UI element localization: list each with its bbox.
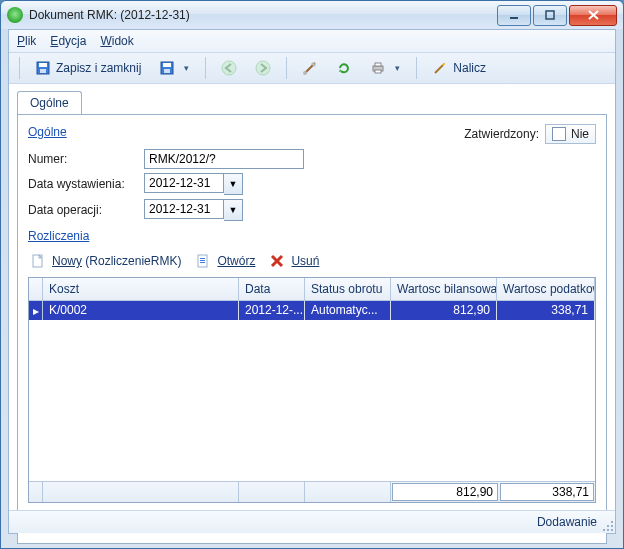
numer-label: Numer:	[28, 152, 144, 166]
col-bilansowa[interactable]: Wartosc bilansowa	[391, 278, 497, 300]
data-operacji-label: Data operacji:	[28, 203, 144, 217]
cell-koszt[interactable]: K/0002	[43, 301, 239, 320]
resize-grip-icon[interactable]	[601, 519, 613, 531]
cell-bilansowa[interactable]: 812,90	[391, 301, 497, 320]
svg-point-10	[303, 71, 307, 75]
save-and-close-label: Zapisz i zamknij	[56, 61, 141, 75]
status-text: Dodawanie	[537, 515, 597, 529]
new-document-icon	[30, 253, 46, 269]
nalicz-button[interactable]: Nalicz	[425, 55, 493, 81]
cell-data[interactable]: 2012-12-...	[239, 301, 305, 320]
minimize-button[interactable]	[497, 5, 531, 26]
svg-rect-3	[39, 63, 47, 67]
svg-rect-1	[546, 11, 554, 19]
client-area: Plik Edycja Widok Zapisz i zamknij ▾	[8, 29, 616, 534]
usun-label: Usuń	[291, 254, 319, 268]
save-button[interactable]: ▾	[152, 55, 197, 81]
zatwierdzony-label: Zatwierdzony:	[464, 127, 539, 141]
content: Ogólne Ogólne Zatwierdzony: Nie Numer:	[9, 84, 615, 533]
tab-panel-ogolne: Ogólne Zatwierdzony: Nie Numer: Data wys…	[17, 114, 607, 544]
grid-footer: 812,90 338,71	[29, 481, 595, 502]
otworz-button[interactable]: Otwórz	[195, 253, 255, 269]
svg-rect-16	[200, 258, 205, 259]
svg-rect-0	[510, 17, 518, 19]
section-ogolne[interactable]: Ogólne	[28, 125, 67, 139]
data-wystawienia-input[interactable]	[144, 173, 224, 193]
cell-status[interactable]: Automatyc...	[305, 301, 391, 320]
col-podatkowa[interactable]: Wartosc podatkowa	[497, 278, 595, 300]
close-button[interactable]	[569, 5, 617, 26]
svg-rect-6	[163, 63, 171, 67]
nowy-label: Nowy	[52, 254, 82, 268]
cell-podatkowa[interactable]: 338,71	[497, 301, 595, 320]
open-icon	[195, 253, 211, 269]
total-bilansowa: 812,90	[392, 483, 498, 501]
nalicz-label: Nalicz	[453, 61, 486, 75]
refresh-icon	[336, 60, 352, 76]
zatwierdzony-value: Nie	[571, 127, 589, 141]
print-button[interactable]: ▾	[363, 55, 408, 81]
numer-input[interactable]	[144, 149, 304, 169]
chevron-down-icon: ▼	[229, 205, 238, 215]
table-row[interactable]: ▸ K/0002 2012-12-... Automatyc... 812,90…	[29, 301, 595, 320]
col-koszt[interactable]: Koszt	[43, 278, 239, 300]
svg-rect-18	[200, 262, 205, 263]
grid-header: Koszt Data Status obrotu Wartosc bilanso…	[29, 278, 595, 301]
tools-button[interactable]	[295, 55, 325, 81]
data-operacji-input[interactable]	[144, 199, 224, 219]
zatwierdzony-toggle[interactable]: Nie	[545, 124, 596, 144]
col-status[interactable]: Status obrotu	[305, 278, 391, 300]
svg-rect-13	[375, 70, 381, 73]
svg-rect-4	[40, 69, 46, 73]
data-operacji-dropdown[interactable]: ▼	[224, 199, 243, 221]
checkbox-icon	[552, 127, 566, 141]
printer-icon	[370, 60, 386, 76]
grid-body[interactable]: ▸ K/0002 2012-12-... Automatyc... 812,90…	[29, 301, 595, 481]
svg-rect-12	[375, 63, 381, 66]
statusbar: Dodawanie	[9, 510, 615, 533]
chevron-down-icon[interactable]: ▾	[182, 63, 190, 73]
section-rozliczenia[interactable]: Rozliczenia	[28, 229, 89, 243]
svg-point-8	[222, 61, 236, 75]
app-icon	[7, 7, 23, 23]
tools-icon	[302, 60, 318, 76]
svg-point-9	[256, 61, 270, 75]
nowy-hint: (RozliczenieRMK)	[85, 254, 181, 268]
titlebar[interactable]: Dokument RMK: (2012-12-31)	[1, 1, 623, 29]
rozliczenia-grid[interactable]: Koszt Data Status obrotu Wartosc bilanso…	[28, 277, 596, 503]
data-wystawienia-label: Data wystawienia:	[28, 177, 144, 191]
col-data[interactable]: Data	[239, 278, 305, 300]
zatwierdzony-field: Zatwierdzony: Nie	[464, 124, 596, 144]
row-indicator-icon: ▸	[29, 301, 43, 320]
menu-plik[interactable]: Plik	[17, 34, 36, 48]
chevron-down-icon: ▼	[229, 179, 238, 189]
total-podatkowa: 338,71	[500, 483, 594, 501]
menu-widok[interactable]: Widok	[100, 34, 133, 48]
nowy-button[interactable]: Nowy (RozliczenieRMK)	[30, 253, 181, 269]
menu-edycja[interactable]: Edycja	[50, 34, 86, 48]
refresh-button[interactable]	[329, 55, 359, 81]
data-wystawienia-dropdown[interactable]: ▼	[224, 173, 243, 195]
delete-icon	[269, 253, 285, 269]
save-icon	[35, 60, 51, 76]
save-icon	[159, 60, 175, 76]
usun-button[interactable]: Usuń	[269, 253, 319, 269]
toolbar: Zapisz i zamknij ▾	[9, 53, 615, 84]
menubar: Plik Edycja Widok	[9, 30, 615, 53]
svg-rect-7	[164, 69, 170, 73]
arrow-right-icon	[255, 60, 271, 76]
arrow-left-icon	[221, 60, 237, 76]
window-title: Dokument RMK: (2012-12-31)	[29, 8, 497, 22]
app-window: Dokument RMK: (2012-12-31) Plik Edycja W…	[0, 0, 624, 549]
wand-icon	[432, 60, 448, 76]
otworz-label: Otwórz	[217, 254, 255, 268]
nav-back-button[interactable]	[214, 55, 244, 81]
chevron-down-icon[interactable]: ▾	[393, 63, 401, 73]
svg-rect-17	[200, 260, 205, 261]
tab-ogolne[interactable]: Ogólne	[17, 91, 82, 115]
tabstrip: Ogólne	[17, 90, 607, 114]
save-and-close-button[interactable]: Zapisz i zamknij	[28, 55, 148, 81]
grid-corner	[29, 278, 43, 300]
maximize-button[interactable]	[533, 5, 567, 26]
nav-forward-button[interactable]	[248, 55, 278, 81]
